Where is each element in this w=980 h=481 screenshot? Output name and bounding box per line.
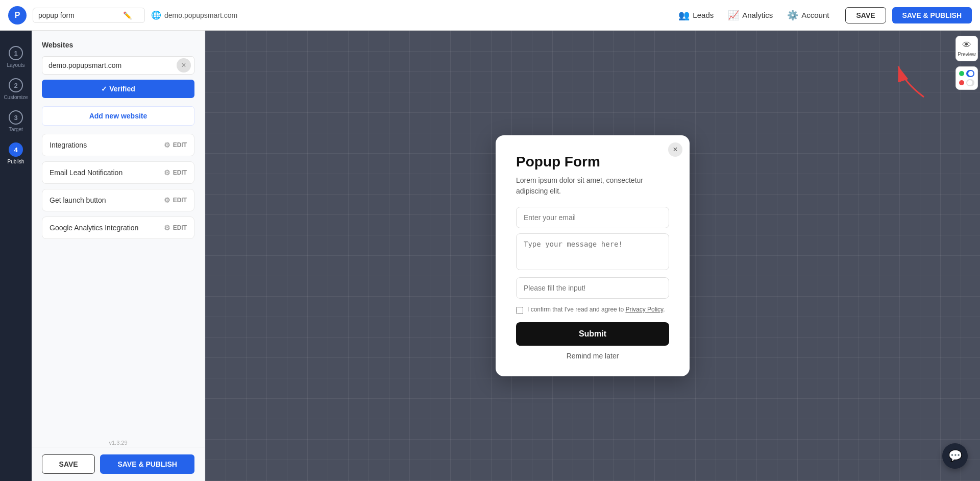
step-1-circle: 1 (9, 46, 23, 60)
nav-account-label: Account (801, 11, 829, 19)
topbar-nav: 👥 Leads 📈 Analytics ⚙️ Account (678, 10, 829, 21)
popup-close-button[interactable]: × (668, 142, 682, 157)
integrations-edit-button[interactable]: ⚙ EDIT (164, 141, 187, 149)
arrow-annotation (893, 61, 934, 102)
popup-checkbox-row: I confirm that I've read and agree to Pr… (516, 306, 669, 314)
account-icon: ⚙️ (787, 10, 798, 21)
pencil-icon: ✏️ (123, 11, 132, 19)
panel-section-title: Websites (42, 41, 194, 49)
toggle-item-2 (959, 79, 974, 86)
integrations-edit-label: EDIT (173, 141, 187, 149)
popup-message-textarea[interactable] (516, 233, 669, 270)
step-4-publish[interactable]: 4 Publish (4, 137, 28, 167)
website-input-wrap: × (42, 56, 194, 75)
website-input[interactable] (42, 57, 177, 74)
popup-description: Lorem ipsum dolor sit amet, consectetur … (516, 175, 669, 197)
nav-leads[interactable]: 👥 Leads (678, 10, 714, 21)
google-analytics-item: Google Analytics Integration ⚙ EDIT (42, 217, 194, 239)
email-lead-item: Email Lead Notification ⚙ EDIT (42, 161, 194, 184)
toggle-on-1[interactable] (966, 70, 974, 77)
toggle-off-2[interactable] (966, 79, 974, 86)
step-3-label: Target (9, 127, 23, 132)
popup-modal: × Popup Form Lorem ipsum dolor sit amet,… (496, 135, 690, 376)
integrations-label: Integrations (50, 141, 87, 149)
website-clear-button[interactable]: × (177, 58, 191, 73)
step-2-label: Customize (4, 94, 28, 100)
canvas-area: × Popup Form Lorem ipsum dolor sit amet,… (205, 31, 980, 481)
toggle-row (955, 66, 978, 90)
red-dot-icon (959, 80, 964, 85)
popup-checkbox-label: I confirm that I've read and agree to Pr… (527, 306, 665, 313)
email-lead-edit-button[interactable]: ⚙ EDIT (164, 169, 187, 177)
preview-button[interactable]: 👁 Preview (955, 36, 978, 61)
step-1-label: Layouts (7, 62, 24, 68)
get-launch-edit-button[interactable]: ⚙ EDIT (164, 196, 187, 204)
preview-label: Preview (958, 52, 976, 57)
email-lead-label: Email Lead Notification (50, 169, 122, 177)
step-4-circle: 4 (9, 142, 23, 157)
step-1-layouts[interactable]: 1 Layouts (4, 41, 28, 71)
popup-fill-input[interactable] (516, 277, 669, 299)
site-url-display: 🌐 demo.popupsmart.com (151, 10, 237, 20)
email-lead-gear-icon: ⚙ (164, 169, 170, 177)
settings-panel: Websites × ✓ Verified Add new website In… (32, 31, 205, 481)
step-3-circle: 3 (9, 110, 23, 125)
privacy-policy-link[interactable]: Privacy Policy (625, 306, 663, 313)
nav-account[interactable]: ⚙️ Account (787, 10, 829, 21)
step-3-target[interactable]: 3 Target (4, 105, 28, 135)
get-launch-edit-label: EDIT (173, 197, 187, 204)
get-launch-label: Get launch button (50, 196, 106, 204)
globe-icon: 🌐 (151, 10, 161, 20)
form-name-input[interactable] (38, 11, 120, 19)
right-controls: 👁 Preview (953, 31, 980, 95)
google-analytics-label: Google Analytics Integration (50, 224, 138, 232)
chat-icon: 💬 (948, 449, 962, 463)
verified-label: ✓ Verified (101, 85, 135, 93)
chat-button[interactable]: 💬 (942, 443, 968, 469)
app-logo: P (8, 6, 27, 25)
get-launch-item: Get launch button ⚙ EDIT (42, 189, 194, 211)
popup-remind-link[interactable]: Remind me later (516, 352, 669, 360)
panel-save-publish-button[interactable]: SAVE & PUBLISH (100, 454, 194, 474)
analytics-icon: 📈 (728, 10, 739, 21)
popup-email-input[interactable] (516, 207, 669, 228)
nav-leads-label: Leads (693, 11, 714, 19)
get-launch-gear-icon: ⚙ (164, 196, 170, 204)
step-4-label: Publish (8, 159, 24, 164)
step-2-circle: 2 (9, 78, 23, 92)
popup-title: Popup Form (516, 154, 669, 170)
form-name-field[interactable]: ✏️ (33, 8, 145, 23)
integrations-item: Integrations ⚙ EDIT (42, 134, 194, 156)
topbar: P ✏️ 🌐 demo.popupsmart.com 👥 Leads 📈 Ana… (0, 0, 980, 31)
panel-footer: SAVE SAVE & PUBLISH (32, 447, 205, 481)
nav-analytics-label: Analytics (742, 11, 773, 19)
step-2-customize[interactable]: 2 Customize (4, 73, 28, 103)
save-button[interactable]: SAVE (845, 7, 886, 23)
version-label: v1.3.29 (32, 437, 205, 447)
popup-privacy-checkbox[interactable] (516, 307, 523, 314)
google-analytics-edit-button[interactable]: ⚙ EDIT (164, 224, 187, 232)
toggle-item-1 (959, 70, 974, 77)
eye-icon: 👁 (962, 40, 971, 51)
steps-sidebar: 1 Layouts 2 Customize 3 Target 4 Publish (0, 31, 32, 481)
green-dot-icon (959, 71, 964, 76)
google-analytics-edit-label: EDIT (173, 224, 187, 231)
main-area: 1 Layouts 2 Customize 3 Target 4 Publish… (0, 31, 980, 481)
site-url-text: demo.popupsmart.com (164, 11, 237, 19)
leads-icon: 👥 (678, 10, 690, 21)
panel-save-button[interactable]: SAVE (42, 454, 95, 474)
save-publish-button[interactable]: SAVE & PUBLISH (892, 7, 972, 23)
integrations-gear-icon: ⚙ (164, 141, 170, 149)
email-lead-edit-label: EDIT (173, 169, 187, 176)
add-website-button[interactable]: Add new website (42, 106, 194, 126)
arrow-svg (893, 61, 934, 102)
popup-submit-button[interactable]: Submit (516, 322, 669, 346)
verified-button[interactable]: ✓ Verified (42, 80, 194, 98)
nav-analytics[interactable]: 📈 Analytics (728, 10, 773, 21)
google-analytics-gear-icon: ⚙ (164, 224, 170, 232)
